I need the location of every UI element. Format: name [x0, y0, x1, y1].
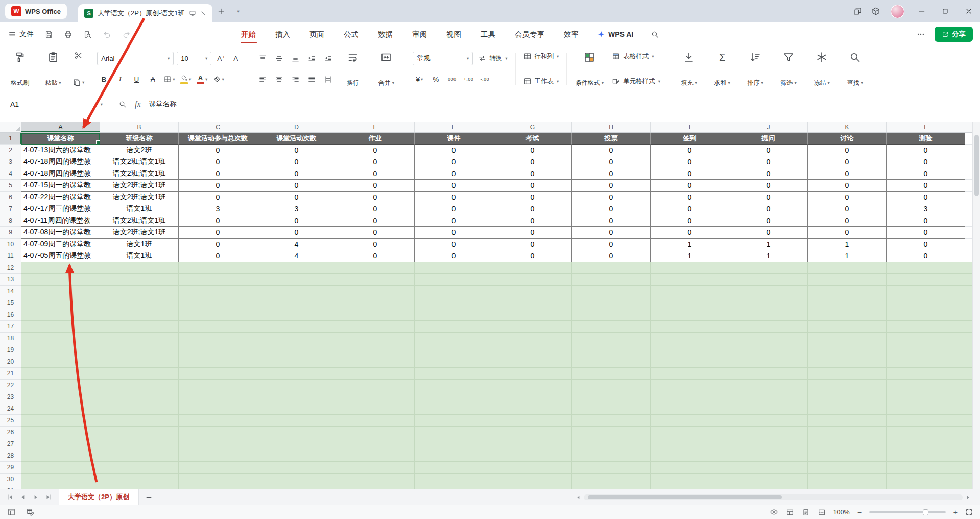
document-tab[interactable]: S 大学语文（2P）原创-语文1班	[78, 4, 212, 22]
tab-insert[interactable]: 插入	[274, 24, 291, 45]
cell-H2[interactable]: 0	[572, 145, 651, 156]
minimize-button[interactable]	[911, 0, 933, 22]
italic-button[interactable]: I	[113, 73, 127, 86]
cell-G30[interactable]	[493, 474, 572, 485]
cell-E22[interactable]	[336, 380, 415, 391]
user-avatar[interactable]	[891, 5, 904, 18]
print-button[interactable]	[64, 30, 73, 39]
cell-B27[interactable]	[100, 438, 179, 450]
scroll-right-icon[interactable]	[965, 494, 971, 500]
cell-F6[interactable]: 0	[415, 192, 493, 203]
row-header-25[interactable]: 25	[0, 415, 21, 427]
cell-C10[interactable]: 0	[179, 239, 257, 250]
cell-H10[interactable]: 0	[572, 239, 651, 250]
cell-I10[interactable]: 1	[651, 239, 729, 250]
bold-button[interactable]: B	[97, 73, 110, 86]
cell-J18[interactable]	[729, 333, 808, 344]
cell-H30[interactable]	[572, 474, 651, 485]
cell-A27[interactable]	[21, 438, 100, 450]
merge-cells-button[interactable]: 合并▾	[371, 49, 401, 89]
tab-review[interactable]: 审阅	[411, 24, 428, 45]
cell-D6[interactable]: 0	[257, 192, 336, 203]
cell-H16[interactable]	[572, 309, 651, 321]
tab-member[interactable]: 会员专享	[514, 24, 545, 45]
cell-A9[interactable]: 4-07-08周一的课堂教	[21, 227, 100, 239]
cell-G11[interactable]: 0	[493, 250, 572, 262]
cell-C24[interactable]	[179, 403, 257, 415]
cell-I17[interactable]	[651, 321, 729, 333]
cell-F2[interactable]: 0	[415, 145, 493, 156]
redo-button[interactable]	[122, 30, 131, 39]
cell-J14[interactable]	[729, 286, 808, 297]
cell-I9[interactable]: 0	[651, 227, 729, 239]
cell-A24[interactable]	[21, 403, 100, 415]
cell-J5[interactable]: 0	[729, 180, 808, 192]
cell-overflow-15[interactable]	[965, 297, 972, 309]
scroll-left-icon[interactable]	[576, 494, 581, 500]
cell-J26[interactable]	[729, 427, 808, 438]
cell-K18[interactable]	[808, 333, 887, 344]
cell-G1[interactable]: 考试	[493, 133, 572, 145]
cell-G28[interactable]	[493, 450, 572, 462]
cell-overflow-4[interactable]	[965, 168, 972, 180]
zoom-slider[interactable]	[869, 511, 946, 513]
cell-K23[interactable]	[808, 391, 887, 403]
cell-J30[interactable]	[729, 474, 808, 485]
cell-F18[interactable]	[415, 333, 493, 344]
cell-I11[interactable]: 1	[651, 250, 729, 262]
wps-office-menu[interactable]: W WPS Office	[5, 4, 67, 19]
cell-E15[interactable]	[336, 297, 415, 309]
row-header-8[interactable]: 8	[0, 215, 21, 227]
cell-overflow-9[interactable]	[965, 227, 972, 239]
cell-F21[interactable]	[415, 368, 493, 380]
cell-L10[interactable]: 0	[887, 239, 965, 250]
cell-I31[interactable]	[651, 485, 729, 489]
tab-list-dropdown-icon[interactable]: ▾	[230, 0, 247, 22]
cell-F4[interactable]: 0	[415, 168, 493, 180]
cell-K16[interactable]	[808, 309, 887, 321]
cell-E24[interactable]	[336, 403, 415, 415]
cell-A31[interactable]	[21, 485, 100, 489]
tab-formula[interactable]: 公式	[343, 24, 360, 45]
share-button[interactable]: 分享	[935, 27, 973, 42]
cell-H31[interactable]	[572, 485, 651, 489]
cell-D18[interactable]	[257, 333, 336, 344]
cell-F17[interactable]	[415, 321, 493, 333]
cell-G5[interactable]: 0	[493, 180, 572, 192]
horizontal-scrollbar-thumb[interactable]	[588, 495, 782, 499]
font-size-select[interactable]: 10▾	[177, 52, 211, 65]
cell-A16[interactable]	[21, 309, 100, 321]
row-header-4[interactable]: 4	[0, 168, 21, 180]
cell-L26[interactable]	[887, 427, 965, 438]
row-header-22[interactable]: 22	[0, 380, 21, 391]
vertical-scrollbar[interactable]	[972, 122, 980, 489]
row-header-16[interactable]: 16	[0, 309, 21, 321]
cell-G22[interactable]	[493, 380, 572, 391]
cell-E20[interactable]	[336, 356, 415, 368]
cell-B11[interactable]: 语文1班	[100, 250, 179, 262]
wps-ai-button[interactable]: WPS AI	[597, 30, 633, 38]
pattern-fill-button[interactable]: ▾	[212, 73, 225, 86]
cell-F14[interactable]	[415, 286, 493, 297]
file-menu[interactable]: 文件	[8, 30, 34, 39]
borders-button[interactable]: ▾	[162, 73, 176, 86]
underline-button[interactable]: U	[130, 73, 143, 86]
cell-D16[interactable]	[257, 309, 336, 321]
cell-I5[interactable]: 0	[651, 180, 729, 192]
cell-I12[interactable]	[651, 262, 729, 274]
cell-H4[interactable]: 0	[572, 168, 651, 180]
cell-I8[interactable]: 0	[651, 215, 729, 227]
zoom-level[interactable]: 100%	[833, 509, 850, 516]
cell-C29[interactable]	[179, 462, 257, 474]
vertical-scrollbar-thumb[interactable]	[974, 135, 979, 196]
cell-K14[interactable]	[808, 286, 887, 297]
sheet-nav-prev-icon[interactable]	[19, 493, 27, 501]
cell-A10[interactable]: 4-07-09周二的课堂教	[21, 239, 100, 250]
cell-E26[interactable]	[336, 427, 415, 438]
valign-bottom-button[interactable]	[289, 52, 302, 65]
view-normal-icon[interactable]	[786, 508, 794, 516]
cell-H13[interactable]	[572, 274, 651, 286]
cell-G21[interactable]	[493, 368, 572, 380]
cell-B13[interactable]	[100, 274, 179, 286]
row-header-6[interactable]: 6	[0, 192, 21, 203]
